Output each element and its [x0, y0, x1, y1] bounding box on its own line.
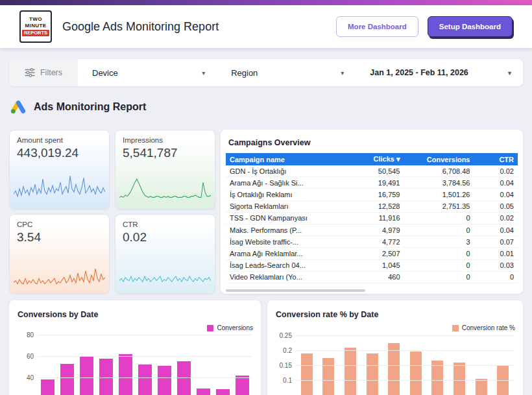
bars-group [38, 329, 252, 395]
kpi-value: 0.02 [123, 230, 208, 245]
conversions-cell: 3,784.56 [404, 177, 474, 189]
logo-line: TWO [29, 17, 42, 23]
kpi-sparkline [119, 257, 211, 289]
gridline [296, 365, 514, 366]
top-gradient-bar [0, 0, 532, 5]
conversions-cell: 0 [404, 259, 474, 271]
y-axis-tick-label: 40 [12, 374, 34, 381]
device-filter-dropdown[interactable]: Device ▾ [78, 59, 217, 86]
clicks-cell: 4,979 [354, 224, 404, 235]
date-range-dropdown[interactable]: Jan 1, 2025 - Feb 11, 2026 ▾ [356, 59, 523, 86]
section-title: Ads Monitoring Report [34, 101, 146, 113]
table-row[interactable]: Sigorta Reklamları12,5282,751.350.05 [226, 200, 518, 212]
bar[interactable] [431, 361, 443, 395]
bar[interactable] [453, 363, 465, 395]
bar[interactable] [60, 364, 74, 395]
clicks-cell: 1,045 [354, 259, 404, 271]
column-header-conversions[interactable]: Conversions [404, 153, 474, 165]
kpi-label: Amount spent [17, 136, 102, 144]
plot-area [38, 329, 252, 395]
clicks-cell: 4,772 [354, 236, 404, 248]
kpi-label: CTR [123, 221, 208, 228]
y-axis-tick-label: 0.15 [270, 362, 292, 369]
gridline [296, 335, 514, 336]
campaigns-overview-card: Campaigns Overview Campaign name Clicks … [221, 130, 523, 294]
table-horizontal-scrollbar[interactable] [226, 289, 365, 292]
ctr-cell: 0.02 [474, 165, 518, 177]
kpi-grid: Amount spent443,019.24Impressions5,541,7… [9, 130, 215, 294]
conversions-cell: 2,751.35 [404, 200, 474, 212]
ctr-cell: 0.01 [474, 248, 518, 259]
logo-line: MINUTE [25, 23, 46, 29]
table-row[interactable]: İsag Leads-Search 04...1,04500.03 [226, 259, 518, 271]
clicks-cell: 16,759 [354, 189, 404, 200]
campaign-name-cell: Arama Ağı - Sağlık Si... [226, 177, 354, 189]
more-dashboard-button[interactable]: More Dashboard [336, 16, 418, 37]
bar[interactable] [410, 352, 422, 395]
table-row[interactable]: Arama Ağı - Sağlık Si...19,4913,784.560.… [226, 177, 518, 189]
campaign-name-cell: TSS - GDN Kampanyası [226, 212, 354, 224]
bar[interactable] [216, 389, 230, 395]
region-filter-dropdown[interactable]: Region ▾ [217, 59, 356, 86]
campaigns-table: Campaign name Clicks ▾ Conversions CTR G… [226, 153, 518, 283]
conversions-cell: 0 [404, 224, 474, 235]
ctr-cell: 0.03 [474, 259, 518, 271]
bar[interactable] [322, 358, 334, 395]
bar[interactable] [367, 353, 378, 395]
column-header-clicks[interactable]: Clicks ▾ [354, 153, 404, 165]
header-buttons: More Dashboard Setup Dashboard [336, 16, 513, 37]
kpi-card-cpc: CPC3.54 [9, 214, 110, 294]
kpi-label: Impressions [123, 136, 208, 144]
setup-dashboard-button[interactable]: Setup Dashboard [428, 16, 513, 37]
conversions-cell: 0 [404, 271, 474, 283]
device-filter-label: Device [92, 68, 118, 78]
filters-label: Filters [40, 68, 62, 77]
google-ads-icon [10, 99, 26, 115]
kpi-sparkline [119, 173, 211, 205]
ctr-cell: 0.05 [474, 200, 518, 212]
bar[interactable] [80, 356, 93, 395]
kpi-card-impressions: Impressions5,541,787 [115, 130, 215, 209]
ctr-cell: 0.07 [474, 236, 518, 248]
campaign-name-cell: İsag Website traffic-... [226, 236, 354, 248]
bar[interactable] [476, 379, 487, 395]
filters-toggle[interactable]: Filters [9, 59, 78, 86]
kpi-label: CPC [17, 221, 102, 228]
campaign-name-cell: Sigorta Reklamları [226, 200, 354, 212]
gridline [38, 335, 252, 335]
gridline [296, 380, 514, 381]
conversion-rate-by-date-chart: Conversion rate % by Date Conversion rat… [267, 300, 523, 395]
ctr-cell: 0.02 [474, 212, 518, 224]
bar[interactable] [41, 379, 54, 395]
conversions-cell: 0 [404, 212, 474, 224]
region-filter-label: Region [231, 68, 258, 78]
table-row[interactable]: Arama Ağı Reklamlar...2,50700.01 [226, 248, 518, 259]
clicks-cell: 19,491 [354, 177, 404, 189]
bar[interactable] [301, 353, 313, 395]
table-row[interactable]: GDN - İş Ortaklığı50,5456,708.480.02 [226, 165, 518, 177]
table-row[interactable]: TSS - GDN Kampanyası11,91600.02 [226, 212, 518, 224]
bar[interactable] [236, 376, 249, 395]
report-section-header: Ads Monitoring Report [10, 97, 146, 117]
conversions-by-date-chart: Conversions by Date Conversions 806040 [9, 300, 261, 395]
table-row[interactable]: Video Reklamları (Yo...46000 [226, 271, 518, 283]
column-header-ctr[interactable]: CTR [474, 153, 518, 165]
bar[interactable] [158, 366, 171, 395]
table-row[interactable]: İş Ortaklığı Reklamı16,7591,501.260.04 [226, 189, 518, 200]
gridline [38, 356, 252, 357]
ctr-cell: 0.04 [474, 224, 518, 235]
clicks-cell: 12,528 [354, 200, 404, 212]
table-row[interactable]: İsag Website traffic-...4,77230.07 [226, 236, 518, 248]
bar[interactable] [345, 348, 356, 395]
bar[interactable] [177, 361, 191, 395]
column-header-campaign-name[interactable]: Campaign name [226, 153, 354, 165]
table-row[interactable]: Maks. Performans (P...4,97900.04 [226, 224, 518, 235]
bar[interactable] [138, 365, 152, 395]
bar[interactable] [197, 389, 210, 395]
date-range-value: Jan 1, 2025 - Feb 11, 2026 [370, 68, 468, 77]
table-header-row: Campaign name Clicks ▾ Conversions CTR [226, 153, 518, 165]
ctr-cell: 0.04 [474, 177, 518, 189]
campaign-name-cell: Video Reklamları (Yo... [226, 271, 354, 283]
bar[interactable] [99, 359, 113, 395]
bar[interactable] [119, 354, 132, 395]
